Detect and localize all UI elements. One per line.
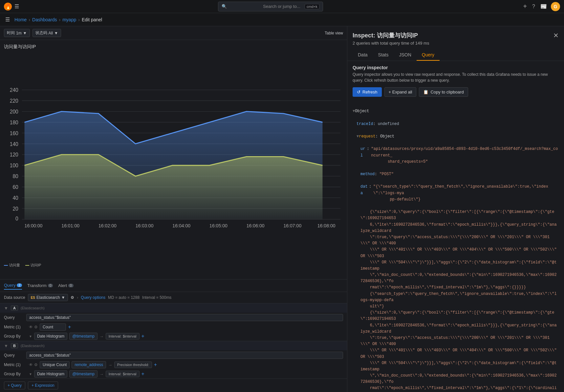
inspector-close-button[interactable]: ✕ <box>553 32 559 39</box>
metric-b-field[interactable]: remote_address <box>72 361 106 368</box>
status-filter[interactable]: 状态码 All ▼ <box>33 29 61 37</box>
breadcrumb-myapp[interactable]: myapp <box>62 17 76 22</box>
table-view-toggle[interactable]: Table view <box>325 31 343 35</box>
groupby-a-plus-icon[interactable]: + <box>141 333 144 339</box>
elasticsearch-logo: ES <box>31 296 35 299</box>
metric-b-label: Metric (1) <box>4 362 27 367</box>
time-range-value: 1m <box>16 31 22 35</box>
svg-text:0: 0 <box>15 216 18 221</box>
query-options-link[interactable]: Query options <box>81 295 105 300</box>
chart-area: 访问量与访问IP 240 220 200 180 160 140 120 100… <box>0 40 347 279</box>
groupby-b-field[interactable]: @timestamp <box>69 370 98 378</box>
metric-b-eye-icon[interactable]: 👁 <box>29 362 33 367</box>
metric-b-plus-icon[interactable]: + <box>154 362 157 368</box>
time-range-select[interactable]: 时间 1m ▼ <box>4 29 30 37</box>
chart-svg: 240 220 200 180 160 140 120 100 80 60 40… <box>4 52 343 261</box>
plus-icon[interactable]: + <box>522 1 528 11</box>
json-url: url: "api/datasources/proxy/uid/a9a85854… <box>353 146 559 165</box>
groupby-a-type[interactable]: Date Histogram <box>34 333 67 340</box>
datasource-gear-icon[interactable]: ⚙ <box>71 295 74 300</box>
groupby-a-field[interactable]: @timestamp <box>69 333 98 340</box>
tab-query[interactable]: Query 2 <box>4 281 22 290</box>
copy-clipboard-button[interactable]: 📋 Copy to clipboard <box>419 87 468 97</box>
search-bar[interactable]: 🔍 Search or jump to... cmd+k <box>218 2 323 11</box>
metric-a-eye-icon[interactable]: 👁 <box>29 325 33 329</box>
avatar[interactable]: G <box>551 2 560 11</box>
action-buttons: ↺ Refresh + Expand all 📋 Copy to clipboa… <box>353 87 559 97</box>
svg-text:220: 220 <box>10 98 18 104</box>
tab-alert[interactable]: Alert 0 <box>58 282 73 289</box>
expand-all-label: + Expand all <box>389 90 412 94</box>
metric-a-trash-icon[interactable]: ⚙ <box>34 325 38 329</box>
collapse-a-icon[interactable]: ▼ <box>4 306 8 311</box>
inspector-panel: Inspect: 访问量与访问IP ✕ 2 queries with total… <box>347 26 564 392</box>
json-traceid: traceId: undefined <box>353 121 559 127</box>
tab-alert-label: Alert <box>58 283 67 288</box>
query-block-a-header: ▼ A (Elasticsearch) <box>0 303 347 313</box>
groupby-a-arrow: → <box>99 334 104 339</box>
breadcrumb-dashboards[interactable]: Dashboards <box>32 17 57 22</box>
status-chevron: ▼ <box>54 31 58 35</box>
query-block-b: ▼ B (Elasticsearch) Query Metric (1) 👁 ⚙… <box>0 341 347 379</box>
groupby-b-plus-icon[interactable]: + <box>141 371 144 377</box>
tab-query-label: Query <box>4 283 15 288</box>
metric-b-gear-icon[interactable]: ⚙ <box>34 362 38 367</box>
json-tree: ▼ Object traceId: undefined ▼ request: O… <box>353 102 559 392</box>
tab-alert-badge: 0 <box>68 284 74 287</box>
request-toggle[interactable]: ▼ <box>357 134 359 140</box>
svg-text:16:08:00: 16:08:00 <box>317 223 336 228</box>
metric-b-arrow: → <box>108 362 112 367</box>
datasource-chevron: ▼ <box>61 295 65 300</box>
datasource-row: Data source ES Elasticsearch ▼ ⚙ › Query… <box>0 292 347 303</box>
groupby-a-interval[interactable]: Interval: $interval <box>106 333 140 340</box>
svg-text:60: 60 <box>12 184 18 190</box>
metric-a-type[interactable]: Count <box>40 323 66 331</box>
status-value: All <box>49 31 53 35</box>
groupby-b-interval[interactable]: Interval: $interval <box>106 371 140 377</box>
datasource-select[interactable]: ES Elasticsearch ▼ <box>28 294 68 301</box>
grafana-logo[interactable]: 🔥 <box>4 3 12 10</box>
root-toggle[interactable]: ▼ <box>353 108 355 114</box>
query-b-input[interactable] <box>26 352 343 359</box>
breadcrumb-home[interactable]: Home <box>14 17 27 22</box>
legend-label-visits: 访问量 <box>9 263 20 268</box>
search-shortcut: cmd+k <box>305 4 319 9</box>
groupby-b-arrow: → <box>99 372 104 377</box>
breadcrumb-current: Edit panel <box>82 17 102 22</box>
svg-text:16:07:00: 16:07:00 <box>283 223 301 228</box>
help-icon[interactable]: ? <box>531 2 536 11</box>
query-a-row: Query <box>0 313 347 322</box>
tab-query[interactable]: Query <box>417 50 440 61</box>
breadcrumb-sep-2: › <box>59 17 61 22</box>
metric-a-plus-icon[interactable]: + <box>68 324 71 330</box>
collapse-b-icon[interactable]: ▼ <box>4 343 8 348</box>
tab-json[interactable]: JSON <box>394 50 416 61</box>
expand-all-button[interactable]: + Expand all <box>384 87 417 97</box>
interval-b-value: $interval <box>123 372 137 376</box>
query-a-input[interactable] <box>26 314 343 321</box>
data-key: data <box>360 184 369 196</box>
svg-text:20: 20 <box>12 206 18 212</box>
root-label: Object <box>355 108 369 114</box>
md-info: MD = auto = 1288 <box>108 295 140 300</box>
metric-b-type[interactable]: Unique Count <box>40 361 70 368</box>
metric-b-precision[interactable]: Precision threshold: <box>114 361 152 368</box>
groupby-b-type[interactable]: Date Histogram <box>34 370 67 378</box>
groupby-b-chevron[interactable]: ▼ <box>29 372 32 376</box>
nav-toggle-icon[interactable]: ☰ <box>5 16 10 23</box>
top-navigation: 🔥 ☰ 🔍 Search or jump to... cmd+k + ? 📰 G <box>0 0 564 13</box>
hamburger-icon[interactable]: ☰ <box>14 3 19 10</box>
news-icon[interactable]: 📰 <box>539 2 548 11</box>
groupby-b-row: Group By ▼ Date Histogram @timestamp → I… <box>0 369 347 379</box>
refresh-button[interactable]: ↺ Refresh <box>353 87 382 97</box>
add-query-button[interactable]: + Query <box>4 382 25 389</box>
data-val: "{\"search_type\":\"query_then_fetch\",\… <box>373 184 559 203</box>
add-expression-button[interactable]: + Expression <box>28 382 58 389</box>
tab-stats[interactable]: Stats <box>373 50 394 61</box>
groupby-a-chevron[interactable]: ▼ <box>29 335 32 338</box>
main-layout: 时间 1m ▼ 状态码 All ▼ Table view 访问量与访问IP 24… <box>0 26 564 392</box>
query-block-a: ▼ A (Elasticsearch) Query Metric (1) 👁 ⚙… <box>0 303 347 341</box>
svg-text:16:06:00: 16:06:00 <box>247 223 265 228</box>
tab-transform[interactable]: Transform 0 <box>27 282 53 289</box>
tab-data[interactable]: Data <box>353 50 373 61</box>
